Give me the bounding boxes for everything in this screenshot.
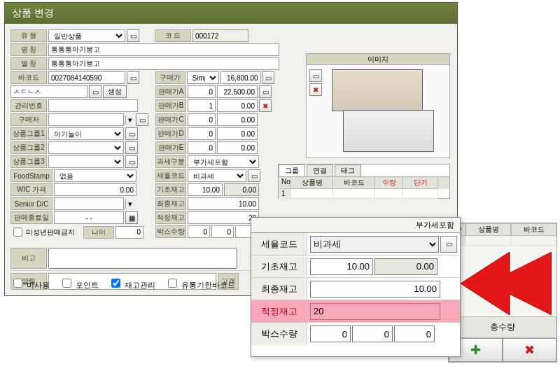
label-minor: 미성년판매금지 bbox=[26, 227, 75, 237]
zbox1[interactable] bbox=[310, 326, 351, 342]
label-sellD: 판매가D bbox=[155, 127, 186, 140]
label-sellC: 판매가C bbox=[155, 113, 186, 126]
opt-unused[interactable]: 미사용 bbox=[10, 276, 50, 290]
label-boxqty: 박스수량 bbox=[155, 225, 186, 238]
label-mgmtno: 관리번호 bbox=[10, 99, 47, 112]
barcode-doc-icon[interactable]: ▭ bbox=[89, 85, 102, 98]
right-panel: No 상품명 바코드 1 총수량 ✚ ✖ bbox=[448, 223, 557, 363]
zoom-header: 부가세포함 bbox=[251, 218, 460, 233]
ztaxcode-select[interactable]: 비과세 bbox=[310, 236, 439, 253]
zopt[interactable] bbox=[310, 303, 440, 320]
taxcode-select[interactable]: 비과세 bbox=[188, 169, 246, 182]
mgmtno-field[interactable] bbox=[48, 99, 138, 112]
label-optstock: 적정재고 bbox=[155, 211, 186, 224]
sellE-p[interactable] bbox=[217, 141, 258, 154]
vendor-dropdown-icon[interactable]: ▾ bbox=[125, 115, 134, 125]
generate-button[interactable]: 생성 bbox=[103, 85, 127, 98]
wic-field[interactable] bbox=[54, 183, 136, 196]
rcol-barcode: 바코드 bbox=[511, 223, 556, 236]
purchase-doc-icon[interactable]: ▭ bbox=[262, 71, 274, 84]
taxcode-doc-icon[interactable]: ▭ bbox=[248, 169, 260, 182]
window-title: 상품 변경 bbox=[5, 3, 457, 24]
vendor-doc-icon[interactable]: ▭ bbox=[136, 113, 148, 126]
sellE-q[interactable] bbox=[188, 141, 216, 154]
col-no: No bbox=[279, 177, 291, 189]
type-clear-icon[interactable]: ▭ bbox=[127, 29, 139, 42]
col-name: 상품명 bbox=[291, 177, 333, 189]
delete-button[interactable]: ✖ bbox=[503, 338, 556, 362]
enddate-field[interactable] bbox=[54, 211, 124, 224]
sellA-p[interactable] bbox=[217, 85, 258, 98]
sellC-q[interactable] bbox=[188, 113, 216, 126]
sellD-q[interactable] bbox=[188, 127, 216, 140]
vendor-field[interactable] bbox=[48, 113, 124, 126]
zinit-a[interactable] bbox=[310, 258, 373, 275]
seniordc-field[interactable] bbox=[54, 197, 124, 210]
purchase-mode-select[interactable]: Simple bbox=[187, 71, 219, 84]
tab-tag[interactable]: 태그 bbox=[335, 164, 361, 176]
age-field[interactable] bbox=[115, 226, 144, 239]
group1-doc-icon[interactable]: ▭ bbox=[125, 127, 138, 140]
name-field[interactable] bbox=[48, 43, 279, 56]
zlabel-final: 최종재고 bbox=[251, 278, 307, 300]
image-add-icon[interactable]: ▭ bbox=[309, 69, 322, 82]
group1-select[interactable]: 아기놀이 bbox=[48, 127, 124, 140]
calendar-icon[interactable]: ▦ bbox=[125, 211, 138, 224]
label-vendor: 구매처 bbox=[10, 113, 47, 126]
opt-point[interactable]: 포인트 bbox=[59, 276, 99, 290]
grid-row-1[interactable]: 1 bbox=[279, 189, 449, 199]
opt-expbarcode[interactable]: 유통기한바코드 bbox=[165, 276, 235, 290]
sellC-p[interactable] bbox=[217, 113, 258, 126]
sellB-p[interactable] bbox=[217, 99, 258, 112]
thumbnail-1[interactable] bbox=[332, 69, 423, 111]
box2[interactable] bbox=[211, 225, 234, 238]
ztaxcode-doc-icon[interactable]: ▭ bbox=[440, 236, 457, 253]
seniordc-dropdown-icon[interactable]: ▾ bbox=[125, 200, 134, 209]
zlabel-init: 기초재고 bbox=[251, 255, 307, 277]
zbox3[interactable] bbox=[394, 326, 435, 342]
label-wic: WIC 가격 bbox=[10, 183, 52, 196]
alias-field[interactable] bbox=[48, 57, 279, 70]
sellA-q[interactable] bbox=[188, 85, 216, 98]
opt-stockmgmt[interactable]: 재고관리 bbox=[108, 276, 155, 290]
label-enddate: 판매종료일 bbox=[10, 211, 52, 224]
group2-select[interactable] bbox=[48, 141, 124, 154]
group3-doc-icon[interactable]: ▭ bbox=[125, 155, 138, 168]
total-qty-label: 총수량 bbox=[449, 316, 556, 338]
type-select[interactable]: 일반상품 bbox=[48, 29, 125, 42]
barcode-field[interactable] bbox=[48, 71, 125, 84]
label-group3: 상품그룹3 bbox=[10, 155, 47, 168]
initstock-b bbox=[224, 183, 259, 196]
purchase-field[interactable] bbox=[220, 71, 261, 84]
foodstamp-select[interactable]: 없음 bbox=[54, 169, 136, 182]
initstock-a[interactable] bbox=[188, 183, 223, 196]
col-barcode: 바코드 bbox=[333, 177, 375, 189]
sellB-q[interactable] bbox=[188, 99, 216, 112]
barcode-search-icon[interactable]: ▭ bbox=[127, 71, 139, 84]
finalstock-field[interactable] bbox=[188, 197, 259, 210]
zfinal[interactable] bbox=[310, 281, 440, 298]
related-grid: 그룹 연결 태그 No 상품명 바코드 수량 단가 1 bbox=[278, 164, 450, 199]
group3-select[interactable] bbox=[48, 155, 124, 168]
thumbnail-2[interactable] bbox=[343, 110, 434, 152]
tab-link[interactable]: 연결 bbox=[307, 164, 333, 176]
image-header: 이미지 bbox=[307, 54, 449, 65]
group2-doc-icon[interactable]: ▭ bbox=[125, 141, 138, 154]
image-del-icon[interactable]: ✖ bbox=[309, 83, 322, 96]
right-row-1[interactable]: 1 bbox=[449, 236, 556, 246]
vatdiv-select[interactable]: 부가세포함 bbox=[188, 155, 259, 168]
sellA-doc-icon[interactable]: ▭ bbox=[259, 85, 272, 98]
label-initstock: 기초재고 bbox=[155, 183, 186, 196]
box1[interactable] bbox=[188, 225, 210, 238]
barcode-text-field[interactable] bbox=[10, 85, 88, 98]
sellB-del-icon[interactable]: ✖ bbox=[259, 99, 272, 112]
code-field bbox=[192, 29, 248, 42]
zbox2[interactable] bbox=[352, 326, 393, 342]
memo-field[interactable] bbox=[48, 248, 237, 269]
label-type: 유 형 bbox=[10, 29, 47, 42]
tab-group[interactable]: 그룹 bbox=[279, 164, 305, 176]
image-panel: 이미지 ▭ ✖ bbox=[306, 53, 450, 158]
sellD-p[interactable] bbox=[217, 127, 258, 140]
minor-checkbox[interactable] bbox=[13, 227, 22, 237]
optstock-field[interactable] bbox=[188, 211, 259, 224]
